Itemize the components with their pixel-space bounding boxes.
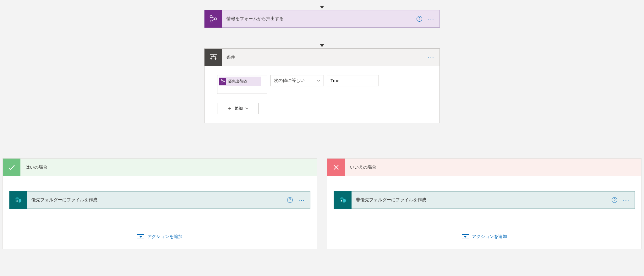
insert-step-icon [462, 234, 469, 239]
condition-header[interactable]: 条件 ··· [205, 49, 439, 66]
add-label: 追加 [235, 106, 243, 111]
token-label: 優先出荷値 [226, 79, 249, 84]
condition-icon [205, 49, 222, 66]
help-icon[interactable]: ? [612, 197, 617, 203]
more-menu[interactable]: ··· [428, 57, 434, 58]
chevron-down-icon [317, 79, 320, 82]
action-title: 情報をフォームから抽出する [222, 16, 417, 22]
condition-value-input[interactable] [327, 75, 379, 86]
no-branch: いいえの場合 S 非優先フォルダーにファイルを作成 ? [327, 158, 641, 249]
add-action-button[interactable]: アクションを追加 [462, 234, 507, 240]
no-action-card[interactable]: S 非優先フォルダーにファイルを作成 ? ··· [334, 191, 635, 209]
svg-line-4 [212, 19, 215, 21]
action-title: 非優先フォルダーにファイルを作成 [352, 197, 612, 203]
help-icon[interactable]: ? [417, 16, 422, 22]
svg-text:S: S [16, 199, 18, 202]
yes-branch-header: はいの場合 [3, 159, 317, 176]
sharepoint-icon: S [9, 191, 27, 209]
action-title: 優先フォルダーにファイルを作成 [27, 197, 287, 203]
add-condition-button[interactable]: ＋ 追加 [217, 103, 259, 114]
svg-point-14 [223, 81, 225, 82]
svg-line-16 [222, 82, 223, 82]
more-menu[interactable]: ··· [623, 199, 630, 201]
no-branch-header: いいえの場合 [327, 159, 641, 176]
condition-branches: はいの場合 S 優先フォルダーにファイルを作成 ? [0, 158, 644, 249]
svg-marker-11 [215, 58, 216, 60]
form-extract-icon [219, 78, 226, 85]
condition-card: 条件 ··· [204, 48, 440, 123]
no-branch-title: いいえの場合 [345, 165, 381, 170]
more-menu[interactable]: ··· [428, 18, 434, 20]
cross-icon [327, 159, 345, 176]
svg-point-1 [210, 20, 212, 22]
plus-icon: ＋ [227, 105, 232, 112]
svg-text:S: S [341, 199, 342, 202]
svg-marker-10 [210, 58, 212, 60]
condition-left-operand[interactable]: 優先出荷値 [217, 75, 267, 94]
yes-branch-title: はいの場合 [20, 165, 52, 170]
condition-title: 条件 [222, 55, 428, 60]
add-action-label: アクションを追加 [472, 234, 507, 240]
chevron-down-icon [245, 107, 248, 110]
svg-point-13 [221, 82, 222, 83]
more-menu[interactable]: ··· [298, 199, 305, 201]
yes-action-card[interactable]: S 優先フォルダーにファイルを作成 ? ··· [9, 191, 310, 209]
sharepoint-icon: S [334, 191, 352, 209]
svg-point-12 [221, 79, 222, 81]
flow-canvas: 情報をフォームから抽出する ? ··· [0, 0, 644, 276]
form-extract-icon [205, 10, 222, 28]
yes-branch: はいの場合 S 優先フォルダーにファイルを作成 ? [3, 158, 317, 249]
svg-line-3 [212, 17, 215, 19]
flow-arrow [320, 0, 324, 9]
check-icon [3, 159, 20, 176]
extract-form-action[interactable]: 情報をフォームから抽出する ? ··· [204, 10, 440, 28]
condition-expression-row: 優先出荷値 次の値に等しい [217, 75, 427, 94]
insert-step-icon [137, 234, 144, 239]
add-action-button[interactable]: アクションを追加 [137, 234, 183, 240]
flow-arrow [320, 28, 324, 47]
add-action-label: アクションを追加 [147, 234, 183, 240]
svg-point-2 [215, 18, 217, 20]
svg-point-0 [210, 16, 212, 18]
condition-operator-select[interactable]: 次の値に等しい [270, 75, 324, 86]
help-icon[interactable]: ? [287, 197, 293, 203]
svg-line-15 [222, 80, 223, 81]
operator-label: 次の値に等しい [274, 78, 305, 84]
dynamic-content-token[interactable]: 優先出荷値 [219, 77, 261, 86]
